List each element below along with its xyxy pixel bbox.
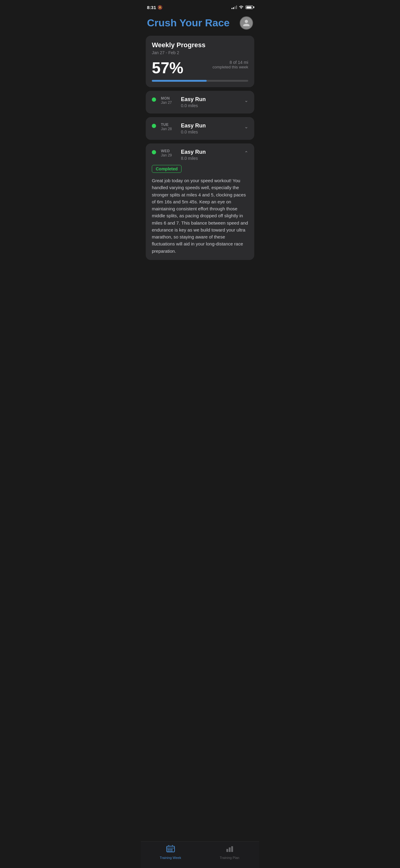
bell-slash-icon: 🔕 (158, 5, 163, 10)
activity-card-mon[interactable]: MON Jan 27 Easy Run 0.0 miles ⌄ (146, 91, 254, 114)
profile-button[interactable] (240, 17, 253, 30)
status-bar: 8:31 🔕 (141, 0, 259, 13)
activity-notes: Great job today on your speed workout! Y… (152, 177, 248, 254)
activity-day-info: MON Jan 27 (161, 96, 177, 105)
progress-percent: 57% (152, 60, 183, 76)
signal-icon (231, 5, 237, 9)
activity-top-row: WED Jan 29 Easy Run 8.0 miles ⌃ (152, 149, 248, 161)
activity-distance: 8.0 miles (181, 156, 244, 161)
activity-day: MON (161, 96, 177, 100)
weekly-progress-card: Weekly Progress Jan 27 - Feb 2 57% 8 of … (146, 36, 254, 87)
wifi-icon (239, 5, 244, 10)
activity-date: Jan 27 (161, 100, 177, 105)
activity-day-info: WED Jan 29 (161, 149, 177, 157)
activity-name: Easy Run (181, 149, 244, 155)
activity-day: WED (161, 149, 177, 153)
battery-icon (246, 5, 253, 9)
status-icons (231, 5, 253, 10)
activity-status-dot (152, 150, 156, 154)
activity-name: Easy Run (181, 123, 244, 129)
time-display: 8:31 (147, 5, 156, 10)
progress-date-range: Jan 27 - Feb 2 (152, 50, 248, 55)
activity-status-dot (152, 124, 156, 128)
activity-details: Easy Run 0.0 miles (181, 123, 244, 134)
activity-name: Easy Run (181, 96, 244, 102)
app-title: Crush Your Race (147, 17, 230, 28)
progress-stats: 57% 8 of 14 mi completed this week (152, 60, 248, 76)
activity-card-wed[interactable]: WED Jan 29 Easy Run 8.0 miles ⌃ Complete… (146, 144, 254, 260)
chevron-down-icon: ⌄ (244, 124, 248, 129)
chevron-down-icon: ⌄ (244, 97, 248, 103)
completed-badge: Completed (152, 165, 181, 173)
activity-date: Jan 29 (161, 153, 177, 157)
activity-day-info: TUE Jan 28 (161, 123, 177, 131)
activity-distance: 0.0 miles (181, 103, 244, 108)
app-header: Crush Your Race (141, 13, 259, 36)
activity-day: TUE (161, 123, 177, 127)
activity-details: Easy Run 8.0 miles (181, 149, 244, 161)
progress-title: Weekly Progress (152, 41, 248, 49)
miles-count: 8 of 14 mi (212, 60, 248, 65)
progress-bar-fill (152, 80, 207, 82)
progress-bar-track (152, 80, 248, 82)
activity-card-tue[interactable]: TUE Jan 28 Easy Run 0.0 miles ⌄ (146, 117, 254, 140)
status-time: 8:31 🔕 (147, 5, 163, 10)
activity-date: Jan 28 (161, 127, 177, 131)
activity-details: Easy Run 0.0 miles (181, 96, 244, 108)
activity-distance: 0.0 miles (181, 129, 244, 134)
chevron-up-icon: ⌃ (244, 150, 248, 156)
miles-label: completed this week (212, 65, 248, 69)
activity-status-dot (152, 97, 156, 102)
progress-miles-info: 8 of 14 mi completed this week (212, 60, 248, 69)
